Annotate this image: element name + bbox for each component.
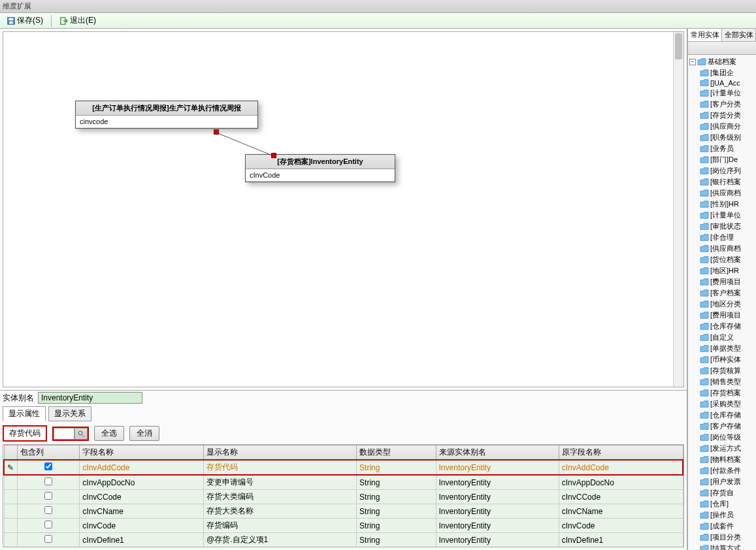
tree-item[interactable]: [计量单位 (689, 210, 755, 221)
tree-item[interactable]: [币种实体 (689, 354, 755, 365)
tree-item[interactable]: [物料档案 (689, 454, 755, 465)
alias-input[interactable] (38, 392, 142, 404)
col-original-field[interactable]: 原字段名称 (559, 445, 683, 461)
tree-item[interactable]: [存货核算 (689, 365, 755, 376)
col-source-entity[interactable]: 来源实体别名 (436, 445, 559, 461)
tree-item[interactable]: [客户档案 (689, 287, 755, 299)
entity-production-report[interactable]: [生产订单执行情况周报]生产订单执行情况周报 cinvcode (75, 101, 258, 129)
folder-icon (700, 145, 709, 153)
tree-item[interactable]: [存货分类 (689, 110, 755, 121)
diagram-canvas[interactable]: [生产订单执行情况周报]生产订单执行情况周报 cinvcode [存货档案]In… (3, 31, 684, 387)
include-checkbox[interactable] (44, 521, 52, 528)
tree-item[interactable]: [供应商分 (689, 121, 755, 132)
tree-item[interactable]: [供应商档 (689, 187, 755, 199)
tree-item[interactable]: [结算方式 (689, 543, 755, 550)
col-display-name[interactable]: 显示名称 (204, 445, 357, 461)
cell-source-entity: InventoryEntity (436, 533, 559, 547)
tree-item[interactable]: [地区]HR (689, 265, 755, 276)
include-checkbox[interactable] (44, 535, 52, 543)
tree-item[interactable]: [审批状态 (689, 221, 755, 232)
cell-field-name: cInvAppDocNo (80, 475, 204, 490)
tree-item[interactable]: [地区分类 (689, 299, 755, 310)
tab-common-entities[interactable]: 常用实体 (688, 29, 722, 41)
exit-button[interactable]: 退出(E) (56, 14, 100, 27)
include-checkbox[interactable] (44, 462, 52, 470)
table-row[interactable]: cInvCode存货编码StringInventoryEntitycInvCod… (4, 519, 683, 533)
folder-icon (700, 456, 709, 464)
tree-item[interactable]: [供应商档 (689, 243, 755, 254)
tree-item[interactable]: [成套件 (689, 521, 755, 532)
svg-rect-1 (9, 18, 14, 20)
table-row[interactable]: cInvDefine10@存货.自定义项10StringInventoryEnt… (4, 547, 683, 548)
cell-original-field: cInvDefine1 (559, 533, 683, 547)
tree-item[interactable]: [计量单位 (689, 88, 755, 99)
tree-item[interactable]: [采购类型 (689, 398, 755, 410)
tree-item[interactable]: [岗位等级 (689, 432, 755, 443)
tree-item[interactable]: [仓库存储 (689, 321, 755, 332)
entity-inventory[interactable]: [存货档案]InventoryEntity cInvCode (245, 154, 395, 182)
tree-item[interactable]: [单据类型 (689, 343, 755, 354)
filter-input[interactable] (54, 428, 74, 440)
table-row[interactable]: cInvCName存货大类名称StringInventoryEntitycInv… (4, 504, 683, 519)
tree-item[interactable]: [岗位序列 (689, 165, 755, 176)
tree-item[interactable]: [集团企 (689, 67, 755, 78)
table-row[interactable]: cInvDefine1@存货.自定义项1StringInventoryEntit… (4, 533, 683, 547)
tree-item[interactable]: [货位档案 (689, 254, 755, 265)
tree-toggle[interactable]: − (689, 59, 696, 65)
tree-item[interactable]: [银行档案 (689, 176, 755, 187)
tree-label: [仓库存储 (710, 321, 741, 331)
tree-item[interactable]: [操作员 (689, 510, 755, 521)
tab-attributes[interactable]: 显示属性 (3, 406, 46, 421)
tree-item[interactable]: [业务员 (689, 143, 755, 154)
field-grid[interactable]: 包含列 字段名称 显示名称 数据类型 来源实体别名 原字段名称 ✎cInvAdd… (3, 444, 684, 547)
include-checkbox[interactable] (44, 477, 52, 485)
cell-display-name: 变更申请编号 (204, 475, 357, 490)
tree-item[interactable]: [客户存储 (689, 421, 755, 432)
tree-label: [地区]HR (710, 266, 739, 276)
tree-item[interactable]: [销售类型 (689, 376, 755, 387)
tree-item[interactable]: [存货档案 (689, 387, 755, 398)
tree-item[interactable]: []UA_Acc (689, 78, 755, 88)
connector-handle[interactable] (271, 153, 276, 158)
tree-item[interactable]: [职务级别 (689, 132, 755, 143)
tree-item[interactable]: [非合理 (689, 232, 755, 243)
include-checkbox[interactable] (44, 492, 52, 500)
tree-item[interactable]: [仓库] (689, 498, 755, 510)
tab-relations[interactable]: 显示关系 (48, 406, 91, 421)
tree-root[interactable]: −基础档案 (689, 56, 755, 67)
tree-item[interactable]: [部门]De (689, 154, 755, 165)
tree-item[interactable]: [存货自 (689, 487, 755, 498)
tree-label: [采购类型 (710, 399, 741, 409)
tree-item[interactable]: [费用项目 (689, 310, 755, 321)
col-data-type[interactable]: 数据类型 (357, 445, 436, 461)
folder-icon (700, 489, 709, 497)
canvas-scrollbar[interactable] (673, 32, 683, 387)
entity-field[interactable]: cinvcode (76, 116, 257, 128)
deselect-all-button[interactable]: 全消 (129, 426, 159, 441)
tree-item[interactable]: [付款条件 (689, 465, 755, 476)
tree-item[interactable]: [费用项目 (689, 276, 755, 287)
folder-icon (700, 278, 709, 286)
select-all-button[interactable]: 全选 (94, 426, 124, 441)
entity-tree[interactable]: −基础档案[集团企[]UA_Acc[计量单位[客户分类[存货分类[供应商分[职务… (688, 55, 756, 550)
table-row[interactable]: ✎cInvAddCode存货代码StringInventoryEntitycIn… (4, 460, 683, 475)
entity-field[interactable]: cInvCode (246, 169, 395, 182)
col-field-name[interactable]: 字段名称 (80, 445, 204, 461)
include-checkbox[interactable] (44, 506, 52, 514)
tree-item[interactable]: [仓库存储 (689, 410, 755, 421)
col-include[interactable]: 包含列 (17, 445, 80, 461)
tab-all-entities[interactable]: 全部实体 (722, 29, 756, 41)
tree-item[interactable]: [自定义 (689, 332, 755, 343)
tree-item[interactable]: [客户分类 (689, 99, 755, 110)
tree-item[interactable]: [性别]HR (689, 199, 755, 210)
save-button[interactable]: 保存(S) (3, 14, 47, 27)
tree-item[interactable]: [用户发票 (689, 476, 755, 487)
table-row[interactable]: cInvCCode存货大类编码StringInventoryEntitycInv… (4, 490, 683, 504)
tree-label: [结算方式 (710, 543, 741, 550)
tree-item[interactable]: [发运方式 (689, 443, 755, 454)
filter-lookup-button[interactable] (74, 428, 88, 440)
row-indicator: ✎ (4, 460, 17, 475)
table-row[interactable]: cInvAppDocNo变更申请编号StringInventoryEntityc… (4, 475, 683, 490)
tree-item[interactable]: [项目分类 (689, 532, 755, 543)
connector-handle[interactable] (214, 129, 219, 135)
